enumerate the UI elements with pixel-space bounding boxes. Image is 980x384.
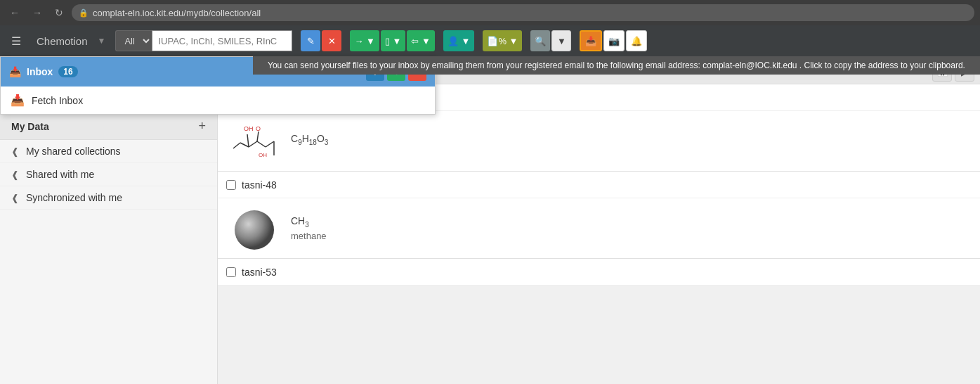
molecule-info-1: C9H18O3 bbox=[291, 133, 972, 149]
molecule-svg-1: OH O OH bbox=[226, 120, 282, 162]
toolbar-group-4: 📄% ▼ bbox=[483, 30, 522, 51]
molecule-info-2: CH3 methane bbox=[291, 215, 972, 242]
molecule-name-2: methane bbox=[291, 231, 972, 241]
hamburger-button[interactable]: ☰ bbox=[6, 32, 27, 51]
svg-line-6 bbox=[266, 141, 274, 147]
inbox-tooltip: You can send yourself files to your inbo… bbox=[253, 56, 980, 75]
zoom-dropdown-button[interactable]: ▼ bbox=[551, 30, 571, 51]
my-data-add-button[interactable]: + bbox=[198, 119, 206, 134]
lock-icon: 🔒 bbox=[79, 8, 89, 18]
app-dropdown-icon[interactable]: ▼ bbox=[98, 36, 106, 46]
my-data-section: My Data + bbox=[0, 113, 217, 140]
list-checkbox-53[interactable] bbox=[226, 267, 236, 277]
edit-button[interactable]: ✎ bbox=[301, 30, 320, 51]
toolbar-group-1: ✎ ✕ bbox=[301, 30, 341, 51]
molecule-structure-2 bbox=[226, 205, 282, 251]
toolbar-group-6: 📥 📷 🔔 bbox=[580, 30, 647, 51]
molecule-card-2: CH3 methane bbox=[218, 198, 980, 259]
share-icon-2: ❰ bbox=[11, 169, 19, 180]
svg-point-11 bbox=[235, 210, 274, 250]
sidebar-item-shared-with-me[interactable]: ❰ Shared with me bbox=[0, 163, 217, 186]
share-button[interactable]: ⇦ ▼ bbox=[407, 30, 434, 51]
toolbar-group-3: 👤 ▼ bbox=[443, 30, 474, 51]
browser-back-button[interactable]: ← bbox=[6, 4, 24, 21]
browser-address-bar[interactable]: 🔒 complat-eln.ioc.kit.edu/mydb/collectio… bbox=[72, 4, 974, 21]
molecule-svg-2 bbox=[230, 205, 279, 251]
bell-button[interactable]: 🔔 bbox=[626, 30, 647, 51]
svg-line-4 bbox=[249, 141, 257, 147]
app-name[interactable]: Chemotion bbox=[31, 35, 93, 47]
delete-button[interactable]: ✕ bbox=[322, 30, 341, 51]
toolbar-group-5: 🔍 ▼ bbox=[530, 30, 571, 51]
list-item-name-48: tasni-48 bbox=[242, 179, 277, 191]
svg-line-3 bbox=[240, 143, 249, 147]
share-icon-1: ❰ bbox=[11, 146, 19, 157]
browser-bar: ← → ↻ 🔒 complat-eln.ioc.kit.edu/mydb/col… bbox=[0, 0, 980, 25]
list-item-name-53: tasni-53 bbox=[242, 267, 277, 278]
image-button[interactable]: 📷 bbox=[603, 30, 625, 51]
search-input[interactable] bbox=[152, 30, 292, 51]
sidebar-item-synchronized-with-me[interactable]: ❰ Synchronized with me bbox=[0, 186, 217, 210]
inbox-button[interactable]: 📥 bbox=[580, 30, 602, 51]
svg-text:OH: OH bbox=[259, 152, 267, 158]
copy-button[interactable]: ▯ ▼ bbox=[381, 30, 405, 51]
browser-reload-button[interactable]: ↻ bbox=[51, 4, 67, 21]
browser-forward-button[interactable]: → bbox=[28, 4, 46, 21]
zoom-button[interactable]: 🔍 bbox=[530, 30, 550, 51]
molecule-formula-1: C9H18O3 bbox=[291, 133, 972, 146]
svg-text:O: O bbox=[256, 125, 261, 132]
user-button[interactable]: 👤 ▼ bbox=[443, 30, 474, 51]
search-dropdown[interactable]: All bbox=[115, 30, 152, 51]
svg-line-8 bbox=[257, 132, 259, 141]
svg-line-7 bbox=[247, 134, 249, 147]
svg-line-2 bbox=[233, 143, 240, 148]
browser-url: complat-eln.ioc.kit.edu/mydb/collection/… bbox=[93, 8, 261, 18]
inbox-content: 📥 Fetch Inbox bbox=[218, 87, 435, 114]
list-item-48: tasni-48 bbox=[218, 172, 980, 198]
sidebar-item-label-shared-with-me: Shared with me bbox=[26, 169, 94, 180]
move-button[interactable]: → ▼ bbox=[350, 30, 379, 51]
app-header: ☰ Chemotion ▼ All ✎ ✕ → ▼ ▯ ▼ ⇦ ▼ 👤 ▼ 📄%… bbox=[0, 25, 980, 56]
molecule-structure-1: OH O OH bbox=[226, 118, 282, 164]
sidebar-item-label-synchronized: Synchronized with me bbox=[26, 192, 122, 203]
my-data-label: My Data bbox=[11, 121, 49, 132]
toolbar-group-2: → ▼ ▯ ▼ ⇦ ▼ bbox=[350, 30, 434, 51]
share-icon-3: ❰ bbox=[11, 193, 19, 203]
molecule-card-1: OH O OH bbox=[218, 111, 980, 172]
molecule-formula-2: CH3 bbox=[291, 215, 972, 229]
sidebar-item-my-shared-collections[interactable]: ❰ My shared collections bbox=[0, 140, 217, 163]
report-button[interactable]: 📄% ▼ bbox=[483, 30, 522, 51]
main-content: 📅 ▶ 📥 Inbox 16 ? ↻ ✕ 📥 Fetch Inbo bbox=[218, 56, 980, 384]
sidebar-item-label-shared: My shared collections bbox=[26, 146, 121, 157]
list-checkbox-48[interactable] bbox=[226, 180, 236, 190]
main-layout: New Collection My Data + ❰ My shared col… bbox=[0, 56, 980, 384]
svg-line-5 bbox=[257, 141, 266, 147]
list-item-53: tasni-53 bbox=[218, 259, 980, 286]
svg-text:OH: OH bbox=[244, 125, 254, 132]
search-bar: All bbox=[115, 30, 292, 51]
